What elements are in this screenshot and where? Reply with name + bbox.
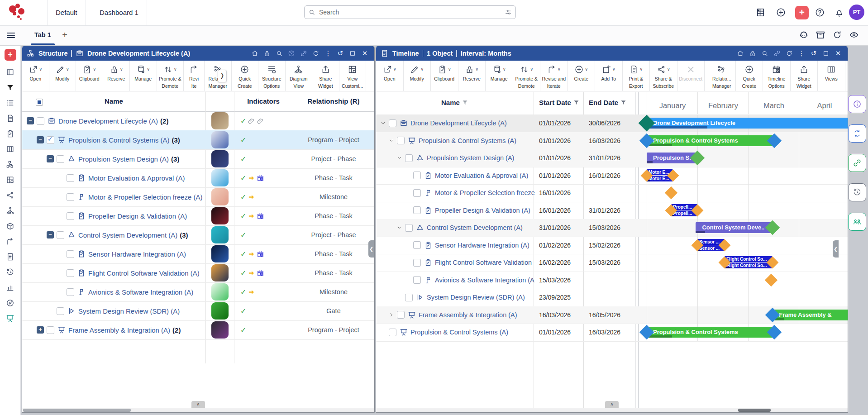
row-checkbox[interactable] (405, 224, 413, 232)
tab-1[interactable]: Tab 1 (28, 25, 57, 45)
row-checkbox[interactable] (389, 119, 396, 127)
row-checkbox[interactable] (67, 193, 74, 201)
table-row[interactable]: −Motor Evaluation & Approval (A)✓Phase -… (22, 168, 374, 188)
milestone-diamond[interactable] (665, 186, 677, 199)
refresh-icon[interactable] (311, 48, 321, 58)
task-bar[interactable]: Flight Control So... (725, 256, 773, 262)
row-checkbox[interactable] (405, 154, 413, 162)
filter-icon[interactable] (620, 99, 627, 106)
toolbar-modify[interactable]: ∨Modify (404, 61, 431, 91)
more-icon[interactable]: ⋮ (323, 48, 333, 58)
collapse-handle[interactable]: ❮ (833, 240, 839, 258)
row-checkbox[interactable] (67, 212, 74, 220)
rail-item-table[interactable] (5, 143, 16, 155)
rail-history-button[interactable] (848, 183, 866, 201)
toolbar-open[interactable]: ∨Open (376, 61, 404, 91)
phase-bar[interactable]: Control System Deve.. (696, 222, 773, 233)
row-checkbox[interactable] (397, 311, 405, 319)
app-logo-icon[interactable] (6, 4, 30, 22)
table-row[interactable]: Motor Evaluation & Approval (A)01/01/202… (376, 167, 848, 185)
help-button[interactable] (815, 7, 825, 18)
toolbar-views[interactable]: Views (818, 61, 845, 91)
table-row[interactable]: Propulsion & Control Systems (A)01/01/20… (376, 132, 848, 150)
toolbar-print-export[interactable]: ∨Print &Export (623, 61, 650, 91)
scroll-up-button[interactable]: ∧ (191, 401, 205, 408)
notifications-button[interactable] (834, 7, 845, 18)
row-checkbox[interactable] (413, 206, 421, 214)
assistant-icon[interactable] (799, 30, 810, 41)
table-row[interactable]: −Propulsion System Design (A)(3)✓Project… (22, 149, 374, 169)
toolbar-reserve[interactable]: ∨Reserve (103, 61, 130, 91)
rail-item-history[interactable] (5, 266, 16, 278)
row-checkbox[interactable] (413, 241, 421, 249)
column-name[interactable]: Name (376, 99, 534, 106)
table-row[interactable]: Propulsion & Control Systems (A)01/01/20… (376, 324, 848, 342)
toolbar-reserve[interactable]: ∨Reserve (458, 61, 486, 91)
column-end-date[interactable]: End Date (583, 99, 635, 106)
search-filter-icon[interactable] (505, 9, 512, 16)
toolbar-view-customi-[interactable]: ViewCustomi... (339, 61, 367, 91)
collapse-icon[interactable]: − (37, 136, 44, 143)
toolbar-manage[interactable]: ∨Manage (486, 61, 513, 91)
close-icon[interactable]: ✕ (360, 48, 370, 58)
row-checkbox[interactable] (37, 117, 44, 125)
rail-link-button[interactable] (848, 154, 866, 172)
toolbar-timeline-options[interactable]: TimelineOptions (763, 61, 791, 91)
collapse-caret-icon[interactable] (388, 137, 395, 144)
table-row[interactable]: Control System Development (A)31/01/2026… (376, 219, 848, 237)
rail-item-compass[interactable] (5, 297, 16, 309)
new-content-button[interactable]: + (795, 6, 809, 19)
refresh-icon[interactable] (784, 48, 794, 58)
rail-item-share[interactable] (5, 189, 16, 201)
export-grid-button[interactable] (755, 7, 766, 18)
filter-icon[interactable] (462, 99, 468, 106)
rail-item-screen[interactable] (5, 312, 16, 324)
table-row[interactable]: Motor & Propeller Selection freeze16/01/… (376, 184, 848, 202)
table-row[interactable]: −Flight Control Software Validation (A)✓… (22, 263, 374, 283)
rail-info-button[interactable] (848, 95, 866, 113)
toolbar-promote-demote[interactable]: ∨Promote &Demote (157, 61, 184, 91)
timeline-widget-header[interactable]: Timeline 1 Object Interval: Months ⋮ ↺ ✕ (376, 46, 848, 61)
summary-bar[interactable]: Drone Development Lifecycle (647, 118, 848, 129)
maximize-icon[interactable] (821, 48, 831, 58)
add-circle-button[interactable] (776, 7, 787, 18)
table-row[interactable]: −Control System Development (A)(3)✓Proje… (22, 225, 374, 245)
row-checkbox[interactable] (413, 259, 421, 267)
toolbar-modify[interactable]: ∨Modify (49, 61, 76, 91)
lock-icon[interactable] (262, 48, 272, 58)
table-row[interactable]: −Drone Development Lifecycle (A)(2)✓ (22, 111, 374, 131)
collapse-caret-icon[interactable] (396, 224, 403, 231)
summary-bar[interactable]: Propulsion & Control Systems (647, 327, 774, 338)
rail-item-grid[interactable] (5, 174, 16, 186)
toolbar-diagram-view[interactable]: DiagramView (286, 61, 313, 91)
row-checkbox[interactable] (47, 326, 54, 334)
collapse-handle[interactable]: ❮ (368, 240, 374, 258)
structure-widget-header[interactable]: Structure Drone Development Lifecycle (A… (22, 46, 374, 61)
table-row[interactable]: Propeller Design & Validation (A)16/01/2… (376, 202, 848, 220)
row-checkbox[interactable] (57, 307, 64, 315)
rail-item-filter[interactable] (5, 81, 16, 93)
toolbar-share-widget[interactable]: ShareWidget (312, 61, 339, 91)
toolbar-promote-demote[interactable]: ∨Promote &Demote (513, 61, 541, 91)
table-row[interactable]: +Frame Assembly & Integration (A)(2)✓Pro… (22, 320, 374, 340)
toolbar-add-to[interactable]: ∨Add To (595, 61, 623, 91)
milestone-diamond[interactable] (764, 274, 777, 286)
rail-item-note[interactable] (5, 112, 16, 124)
table-row[interactable]: Propulsion System Design (A)01/01/202631… (376, 149, 848, 167)
toolbar-quick-create[interactable]: QuickCreate (736, 61, 763, 91)
table-row[interactable]: Drone Development Lifecycle (A)01/01/202… (376, 114, 848, 133)
refresh-icon[interactable] (832, 30, 843, 41)
row-checkbox[interactable] (47, 136, 54, 144)
row-checkbox[interactable] (397, 137, 405, 144)
home-icon[interactable] (735, 48, 745, 58)
table-row[interactable]: −Avionics & Software Integration (A)✓Mil… (22, 282, 374, 302)
table-row[interactable]: Frame Assembly & Integration (A)16/03/20… (376, 306, 848, 324)
summary-bar[interactable]: Propulsion & Control Systems (647, 135, 774, 146)
rail-item-document[interactable] (5, 128, 16, 139)
watch-eye-icon[interactable] (849, 30, 860, 41)
horizontal-scrollbar[interactable] (376, 408, 848, 412)
collapse-icon[interactable]: − (27, 117, 34, 124)
search-input[interactable] (318, 8, 505, 16)
help-icon[interactable] (286, 48, 296, 58)
avatar[interactable]: PT (849, 5, 864, 20)
